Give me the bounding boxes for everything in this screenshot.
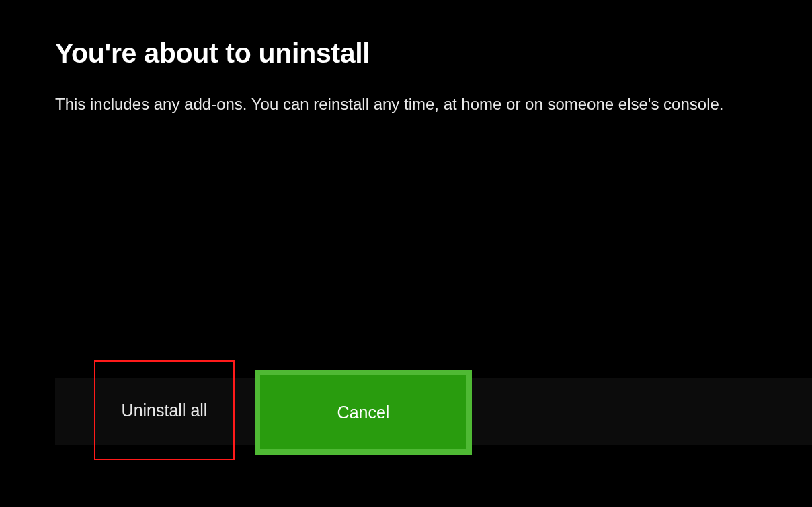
dialog-description: This includes any add-ons. You can reins…	[55, 93, 757, 115]
cancel-label: Cancel	[337, 403, 390, 422]
dialog-title: You're about to uninstall	[55, 38, 757, 69]
uninstall-all-button[interactable]: Uninstall all	[94, 360, 235, 460]
button-row: Uninstall all Cancel	[0, 360, 812, 460]
uninstall-all-label: Uninstall all	[122, 401, 208, 420]
cancel-button[interactable]: Cancel	[255, 370, 472, 455]
dialog-content: You're about to uninstall This includes …	[0, 0, 812, 115]
